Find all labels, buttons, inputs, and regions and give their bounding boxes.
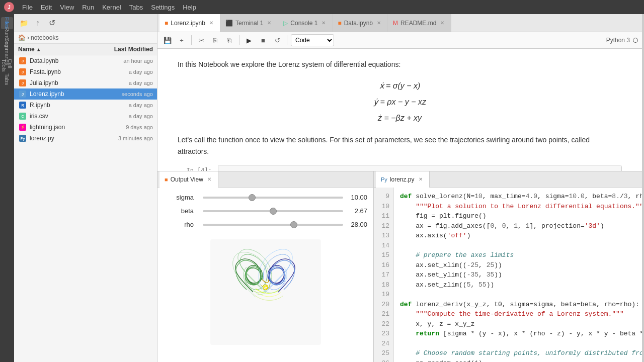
menu-help[interactable]: Help: [179, 3, 200, 12]
beta-thumb[interactable]: [270, 208, 277, 215]
file-item-fasta-ipynb[interactable]: J Fasta.ipynb a day ago: [14, 66, 157, 77]
beta-track: [203, 210, 343, 212]
file-modified: a day ago: [98, 80, 153, 86]
file-item-data-ipynb[interactable]: J Data.ipynb an hour ago: [14, 55, 157, 66]
menu-settings[interactable]: Settings: [147, 3, 179, 12]
file-modified: 3 minutes ago: [98, 135, 153, 141]
tab-lorenz-ipynb[interactable]: ■ Lorenz.ipynb ✕: [159, 14, 220, 32]
menu-edit[interactable]: Edit: [37, 3, 56, 12]
code-editor-tab-bar: Py lorenz.py ✕: [374, 171, 642, 188]
paste-button[interactable]: ⎗: [223, 34, 235, 46]
file-list-header: Name ▲ Last Modified: [14, 44, 157, 55]
tab-bar: ■ Lorenz.ipynb ✕ ⬛ Terminal 1 ✕ ▷ Consol…: [157, 14, 642, 32]
cut-button[interactable]: ✂: [195, 34, 207, 46]
run-button[interactable]: ▶: [243, 34, 255, 46]
code-line-24: [400, 339, 636, 349]
add-cell-button[interactable]: +: [176, 34, 188, 46]
file-name: Lorenz.ipynb: [30, 90, 98, 98]
cell-code[interactable]: from lorenz import solve_lorenz t, x_t =…: [218, 165, 621, 171]
tab-icon-data: ■: [338, 20, 341, 27]
file-item-lightning-json[interactable]: ⚡ lightning.json 9 days ago: [14, 122, 157, 133]
tab-data-ipynb[interactable]: ■ Data.ipynb ✕: [333, 14, 388, 32]
output-tab-bar: ■ Output View ✕: [157, 171, 373, 188]
home-icon[interactable]: 🏠: [18, 34, 26, 41]
intro-text: In this Notebook we explore the Lorenz s…: [178, 59, 622, 70]
menu-kernel[interactable]: Kernel: [98, 3, 125, 12]
tab-output-view[interactable]: ■ Output View ✕: [159, 171, 218, 188]
code-line-15: # prepare the axes limits: [400, 250, 636, 260]
save-button[interactable]: 💾: [162, 34, 174, 46]
kernel-name: Python 3: [606, 37, 630, 44]
rho-thumb[interactable]: [290, 221, 297, 228]
code-tab-label: lorenz.py: [390, 176, 415, 183]
cell-type-select[interactable]: Code Markdown Raw: [291, 34, 334, 46]
sort-name-button[interactable]: Name ▲: [18, 46, 93, 53]
tab-icon-ipynb: ■: [165, 20, 168, 27]
file-icon-ipynb: J: [18, 79, 27, 87]
sidebar-item-commands[interactable]: Commands: [1, 45, 13, 57]
tab-close-data[interactable]: ✕: [375, 20, 382, 27]
line-num-9: 9: [374, 192, 393, 202]
math-eq-1: ẋ = σ(y − x): [178, 78, 622, 94]
file-item-lorenz-py[interactable]: Py lorenz.py 3 minutes ago: [14, 133, 157, 144]
cell-prompt: In [4]:: [178, 165, 218, 171]
notebook-scroll-area[interactable]: In this Notebook we explore the Lorenz s…: [157, 49, 642, 171]
file-modified: a day ago: [98, 102, 153, 108]
tab-close-readme[interactable]: ✕: [439, 20, 446, 27]
line-num-10: 10: [374, 202, 393, 212]
code-editor-lines[interactable]: def solve_lorenz(N=10, max_time=4.0, sig…: [394, 188, 642, 362]
menu-tabs[interactable]: Tabs: [125, 3, 147, 12]
tab-close-console[interactable]: ✕: [320, 20, 327, 27]
menu-view[interactable]: View: [56, 3, 78, 12]
file-item-r-ipynb[interactable]: R R.ipynb a day ago: [14, 100, 157, 111]
new-folder-button[interactable]: 📁: [18, 18, 29, 29]
code-line-14: [400, 241, 636, 251]
sigma-thumb[interactable]: [249, 194, 256, 201]
code-line-16: ax.set_xlim((-25, 25)): [400, 260, 636, 270]
code-line-25: # Choose random starting points, uniform…: [400, 348, 636, 358]
copy-button[interactable]: ⎘: [209, 34, 221, 46]
tab-terminal[interactable]: ⬛ Terminal 1 ✕: [220, 14, 278, 32]
cell-input[interactable]: from lorenz import solve_lorenz t, x_t =…: [218, 165, 622, 171]
code-line-22: x, y, z = x_y_z: [400, 319, 636, 329]
notebook-toolbar: 💾 + ✂ ⎘ ⎗ ▶ ■ ↺ Code Markdown Raw Python: [157, 32, 642, 49]
file-icon-json: ⚡: [18, 123, 27, 131]
file-browser: 📁 ↑ ↺ 🏠 › notebooks Name ▲ Last Modified…: [14, 14, 157, 362]
line-num-26: 26: [374, 358, 393, 363]
stop-button[interactable]: ■: [257, 34, 269, 46]
code-editor-panel: Py lorenz.py ✕ 9 10 11 12 13 14: [374, 171, 642, 362]
tab-label: Terminal 1: [235, 20, 263, 27]
menu-run[interactable]: Run: [78, 3, 98, 12]
file-item-iris-csv[interactable]: C iris.csv a day ago: [14, 111, 157, 122]
tab-close-lorenz[interactable]: ✕: [208, 20, 215, 27]
file-item-lorenz-ipynb[interactable]: J Lorenz.ipynb seconds ago: [14, 88, 157, 100]
output-tab-close[interactable]: ✕: [206, 176, 213, 183]
column-header-modified: Last Modified: [93, 46, 153, 53]
tab-icon-console: ▷: [283, 20, 288, 27]
tab-readme-md[interactable]: M README.md ✕: [388, 14, 451, 32]
file-item-julia-ipynb[interactable]: J Julia.ipynb a day ago: [14, 77, 157, 88]
line-num-15: 15: [374, 250, 393, 260]
line-num-12: 12: [374, 221, 393, 231]
output-tab-label: Output View: [171, 176, 203, 183]
math-equations: ẋ = σ(y − x) ẏ = ρx − y − xz ż = −βz + x…: [178, 78, 622, 126]
restart-button[interactable]: ↺: [271, 34, 283, 46]
tab-close-terminal[interactable]: ✕: [266, 20, 273, 27]
menu-file[interactable]: File: [18, 3, 37, 12]
refresh-button[interactable]: ↺: [46, 18, 57, 29]
file-modified: 9 days ago: [98, 124, 153, 130]
upload-button[interactable]: ↑: [32, 18, 43, 29]
editor-content: 9 10 11 12 13 14 15 16 17 18 19 20: [374, 188, 642, 362]
sidebar-item-celltools[interactable]: Cell Tools: [1, 59, 13, 71]
tab-icon-terminal: ⬛: [225, 20, 233, 27]
rho-value: 28.00: [347, 221, 367, 228]
sidebar-item-tabs[interactable]: Tabs: [1, 73, 13, 85]
breadcrumb-folder[interactable]: notebooks: [31, 34, 58, 41]
math-eq-2: ẏ = ρx − y − xz: [178, 94, 622, 110]
code-tab-close[interactable]: ✕: [417, 176, 424, 183]
tab-lorenz-py[interactable]: Py lorenz.py ✕: [376, 171, 430, 188]
tab-console[interactable]: ▷ Console 1 ✕: [278, 14, 333, 32]
body-text: Let's call the function once to view the…: [178, 134, 622, 157]
file-name: Julia.ipynb: [30, 79, 98, 86]
sigma-value: 10.00: [347, 194, 367, 201]
